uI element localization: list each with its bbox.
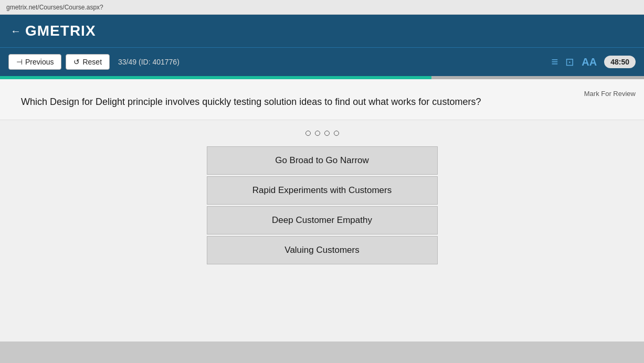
dot-1 <box>305 131 311 136</box>
list-icon[interactable]: ≡ <box>551 55 558 69</box>
prev-icon: ⊣ <box>16 58 23 66</box>
prev-label: Previous <box>25 58 54 66</box>
toolbar-right: ≡ ⊡ AA 48:50 <box>551 55 636 69</box>
question-id: 33/49 (ID: 401776) <box>118 58 180 66</box>
dots-row <box>0 131 644 136</box>
browser-bar: gmetrix.net/Courses/Course.aspx? <box>0 0 644 15</box>
timer-badge: 48:50 <box>604 56 636 68</box>
question-text: Which Design for Delight principle invol… <box>21 95 525 109</box>
back-arrow-icon[interactable]: ← <box>10 25 21 37</box>
option-2[interactable]: Rapid Experiments with Customers <box>207 176 438 205</box>
text-size-icon[interactable]: AA <box>582 56 597 68</box>
reset-button[interactable]: ↺ Reset <box>66 54 110 70</box>
dot-4 <box>334 131 339 136</box>
option-1[interactable]: Go Broad to Go Narrow <box>207 146 438 175</box>
dot-3 <box>324 131 330 136</box>
dot-2 <box>315 131 320 136</box>
reset-label: Reset <box>82 58 102 66</box>
mark-for-review[interactable]: Mark For Review <box>584 90 636 98</box>
option-3[interactable]: Deep Customer Empathy <box>207 206 438 234</box>
main-content: Which Design for Delight principle invol… <box>0 79 644 341</box>
reset-icon: ↺ <box>73 58 80 66</box>
browser-url: gmetrix.net/Courses/Course.aspx? <box>6 4 103 11</box>
app-header: ← GMETRIX <box>0 15 644 47</box>
options-container: Go Broad to Go Narrow Rapid Experiments … <box>0 141 644 282</box>
toolbar: ⊣ Previous ↺ Reset 33/49 (ID: 401776) ≡ … <box>0 47 644 76</box>
previous-button[interactable]: ⊣ Previous <box>8 54 61 70</box>
camera-icon[interactable]: ⊡ <box>565 56 574 68</box>
question-area: Which Design for Delight principle invol… <box>0 79 644 120</box>
option-4[interactable]: Valuing Customers <box>207 236 438 264</box>
logo: GMETRIX <box>25 23 96 39</box>
